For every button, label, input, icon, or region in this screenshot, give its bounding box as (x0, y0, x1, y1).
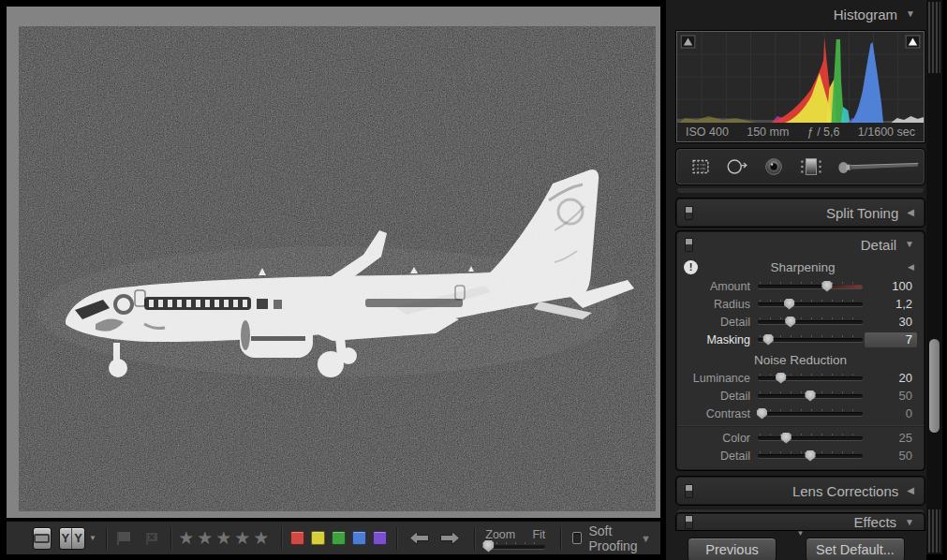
detail-label: Detail (677, 316, 758, 329)
before-after-view-button[interactable]: Y Y (59, 527, 85, 550)
color-label-chip[interactable] (352, 531, 366, 545)
contrast-value[interactable]: 0 (865, 406, 917, 420)
exif-readout: ISO 400 150 mm ƒ / 5,6 1/1600 sec (677, 123, 924, 141)
radius-slider-handle[interactable] (784, 299, 795, 310)
view-mode-dropdown-icon[interactable]: ▼ (89, 534, 96, 542)
amount-slider-handle[interactable] (821, 281, 833, 292)
star-icon[interactable]: ★ (197, 528, 215, 548)
star-icon[interactable]: ★ (178, 528, 197, 548)
contrast-slider[interactable] (758, 412, 863, 416)
adjustment-brush-icon[interactable] (836, 154, 924, 180)
nr-detail-slider-handle[interactable] (805, 391, 816, 402)
detail-slider[interactable] (758, 320, 863, 324)
highlight-clipping-indicator[interactable] (906, 36, 920, 48)
toolbar-options-chevron-icon[interactable]: ▼ (641, 533, 651, 544)
collapse-triangle-icon[interactable]: ▼ (906, 9, 915, 19)
amount-slider-row: Amount 100 (677, 277, 924, 295)
star-icon[interactable]: ★ (253, 528, 272, 548)
graduated-filter-icon[interactable] (798, 154, 824, 180)
crop-overlay-icon[interactable] (688, 154, 713, 180)
color-label: Color (677, 432, 758, 445)
radius-slider[interactable] (758, 302, 863, 306)
develop-toolbar: Y Y ▼ ★★★★★ (7, 521, 660, 554)
collapsed-triangle-icon[interactable]: ◀ (907, 486, 914, 495)
detail-panel-header[interactable]: Detail ▼ (677, 232, 924, 257)
panel-enable-toggle[interactable] (685, 484, 693, 498)
flag-reject-button[interactable] (141, 530, 161, 547)
star-icon[interactable]: ★ (215, 528, 234, 548)
star-rating-control[interactable]: ★★★★★ (178, 529, 272, 548)
masking-slider-handle[interactable] (762, 334, 774, 346)
color-slider-handle[interactable] (780, 433, 792, 444)
zoom-label[interactable]: Zoom (485, 528, 515, 541)
noise-reduction-title: Noise Reduction (677, 353, 924, 367)
color-label-buttons[interactable] (290, 531, 387, 545)
histogram-panel: ISO 400 150 mm ƒ / 5,6 1/1600 sec (676, 31, 925, 142)
exif-aperture: ƒ / 5,6 (807, 125, 840, 139)
masking-slider-row: Masking 7 (677, 331, 924, 348)
panel-enable-toggle[interactable] (685, 515, 693, 529)
shadow-clipping-indicator[interactable] (681, 36, 695, 48)
histogram-plot[interactable] (677, 32, 924, 123)
expanded-triangle-icon[interactable]: ▼ (905, 240, 914, 249)
collapsed-triangle-icon[interactable]: ◀ (907, 208, 914, 217)
color-slider-row: Color 25 (677, 429, 924, 447)
color-label-chip[interactable] (290, 531, 304, 545)
masking-value[interactable]: 7 (865, 332, 917, 347)
amount-value[interactable]: 100 (865, 279, 917, 293)
photo-masking-preview[interactable] (19, 26, 656, 511)
color-value[interactable]: 25 (865, 431, 917, 445)
color-detail-slider[interactable] (758, 454, 863, 458)
color-slider[interactable] (758, 436, 863, 440)
color-label-chip[interactable] (332, 531, 346, 545)
zoom-slider[interactable] (485, 545, 545, 549)
masking-slider[interactable] (758, 338, 863, 342)
nr-detail-slider[interactable] (758, 394, 863, 398)
nr-detail-slider-row: Detail 50 (677, 387, 924, 405)
scroll-more-indicator-icon[interactable]: ▾ (676, 530, 925, 537)
zoom-slider-handle[interactable] (482, 540, 495, 553)
luminance-slider-handle[interactable] (776, 373, 787, 384)
detail-slider-handle[interactable] (785, 317, 796, 328)
detail-value[interactable]: 30 (865, 315, 917, 329)
previous-button[interactable]: Previous (688, 538, 777, 560)
red-eye-correction-icon[interactable] (762, 154, 786, 180)
section-collapse-icon[interactable]: ◀ (908, 262, 914, 272)
color-label-chip[interactable] (373, 531, 387, 545)
set-default-button[interactable]: Set Default... (806, 538, 905, 560)
loupe-view-button[interactable] (33, 527, 52, 550)
amount-label: Amount (677, 280, 758, 293)
spot-removal-icon[interactable] (725, 154, 749, 180)
panel-enable-toggle[interactable] (685, 238, 693, 252)
star-icon[interactable]: ★ (234, 528, 253, 548)
nr-detail-value[interactable]: 50 (865, 389, 917, 403)
luminance-slider[interactable] (758, 376, 863, 380)
lens-corrections-panel-header[interactable]: Lens Corrections ◀ (676, 477, 925, 505)
panel-edge-grip (928, 2, 940, 73)
color-detail-label: Detail (677, 449, 758, 463)
noise-reduction-section-header: Noise Reduction (677, 350, 924, 369)
previous-photo-button[interactable] (408, 530, 430, 546)
radius-label: Radius (677, 298, 758, 311)
fit-label[interactable]: Fit (532, 528, 545, 541)
color-detail-slider-handle[interactable] (805, 450, 816, 462)
right-panel-rail: Histogram ▼ (666, 0, 926, 560)
panel-enable-toggle[interactable] (685, 206, 693, 220)
flag-pick-button[interactable] (114, 530, 134, 547)
scrollbar-thumb[interactable] (929, 339, 940, 433)
contrast-slider-handle[interactable] (756, 408, 767, 420)
color-label-chip[interactable] (311, 531, 325, 545)
amount-slider[interactable] (758, 285, 863, 288)
lens-corrections-title: Lens Corrections (792, 483, 898, 499)
sharpening-preview-warning-icon[interactable]: ! (684, 260, 698, 274)
contrast-slider-row: Contrast 0 (677, 405, 924, 422)
next-photo-button[interactable] (439, 530, 461, 546)
effects-title: Effects (854, 514, 897, 530)
split-toning-panel-header[interactable]: Split Toning ◀ (676, 199, 925, 227)
radius-value[interactable]: 1,2 (865, 297, 917, 311)
expanded-triangle-icon[interactable]: ▼ (905, 518, 914, 527)
histogram-panel-header[interactable]: Histogram ▼ (676, 0, 925, 28)
color-detail-value[interactable]: 50 (865, 449, 917, 463)
luminance-value[interactable]: 20 (865, 371, 917, 385)
soft-proofing-checkbox[interactable] (572, 532, 582, 544)
